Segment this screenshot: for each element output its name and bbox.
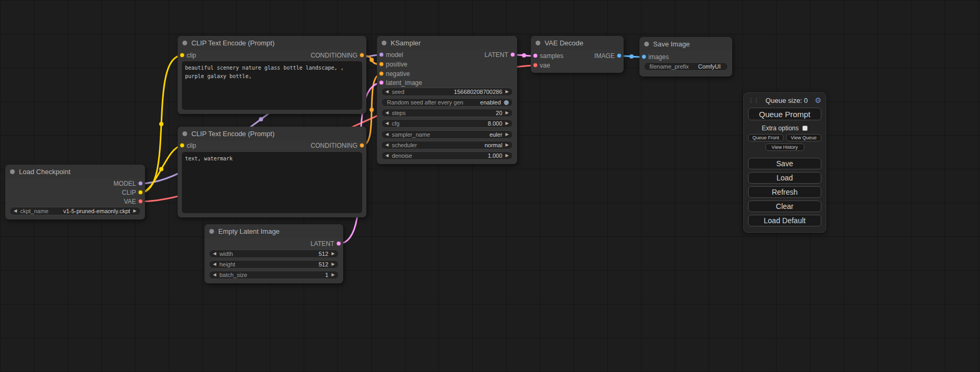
node-save-image[interactable]: Save Image images filename_prefix ComfyU…	[639, 37, 732, 77]
collapse-dot-icon[interactable]	[182, 131, 187, 136]
right-arrow-icon[interactable]: ▶	[332, 262, 335, 266]
link-midpoint-dot[interactable]	[159, 122, 163, 126]
output-slot-model[interactable]: MODEL	[113, 180, 145, 187]
collapse-dot-icon[interactable]	[209, 229, 214, 234]
image-input-dot-icon[interactable]	[642, 54, 646, 59]
latent-output-dot-icon[interactable]	[336, 241, 341, 246]
clear-button[interactable]: Clear	[748, 201, 821, 212]
output-slot-conditioning[interactable]: CONDITIONING	[311, 142, 366, 149]
collapse-dot-icon[interactable]	[182, 41, 187, 45]
output-slot-latent[interactable]: LATENT	[484, 51, 517, 59]
input-slot-model[interactable]: model	[377, 51, 403, 59]
widget-denoise[interactable]: ◀ denoise 1.000 ▶	[381, 151, 513, 160]
clip-input-dot-icon[interactable]	[180, 143, 185, 148]
output-slot-image[interactable]: IMAGE	[594, 52, 624, 60]
left-arrow-icon[interactable]: ◀	[14, 209, 17, 213]
node-title-bar[interactable]: KSampler	[377, 36, 517, 50]
left-arrow-icon[interactable]: ◀	[385, 121, 389, 126]
link-midpoint-dot[interactable]	[159, 167, 163, 171]
queue-prompt-button[interactable]: Queue Prompt	[748, 108, 821, 120]
input-slot-positive[interactable]: positive	[377, 61, 407, 68]
node-title-bar[interactable]: Empty Latent Image	[205, 224, 343, 238]
right-arrow-icon[interactable]: ▶	[506, 143, 509, 147]
right-arrow-icon[interactable]: ▶	[506, 132, 509, 137]
clip-input-dot-icon[interactable]	[180, 53, 185, 58]
left-arrow-icon[interactable]: ◀	[385, 111, 389, 115]
collapse-dot-icon[interactable]	[644, 42, 649, 46]
view-history-button[interactable]: View History	[765, 144, 804, 151]
left-arrow-icon[interactable]: ◀	[213, 252, 216, 256]
node-clip-text-encode-negative[interactable]: CLIP Text Encode (Prompt) clip CONDITION…	[178, 127, 366, 217]
output-slot-latent[interactable]: LATENT	[311, 240, 343, 247]
left-arrow-icon[interactable]: ◀	[385, 143, 389, 147]
conditioning-output-dot-icon[interactable]	[360, 53, 364, 58]
link-midpoint-dot[interactable]	[370, 108, 374, 112]
widget-seed[interactable]: ◀ seed 156680208700286 ▶	[381, 88, 513, 96]
widget-steps[interactable]: ◀ steps 20 ▶	[381, 109, 513, 117]
node-title-bar[interactable]: CLIP Text Encode (Prompt)	[178, 36, 366, 50]
right-arrow-icon[interactable]: ▶	[332, 273, 335, 277]
clip-output-dot-icon[interactable]	[138, 190, 143, 195]
link-midpoint-dot[interactable]	[629, 54, 634, 59]
input-slot-latent-image[interactable]: latent_image	[377, 79, 422, 87]
widget-batch-size[interactable]: ◀ batch_size 1 ▶	[209, 271, 339, 279]
node-title-bar[interactable]: CLIP Text Encode (Prompt)	[178, 127, 366, 140]
node-title-bar[interactable]: VAE Decode	[531, 36, 624, 50]
input-slot-negative[interactable]: negative	[377, 70, 410, 78]
load-default-button[interactable]: Load Default	[748, 215, 821, 226]
input-slot-clip[interactable]: clip	[178, 52, 196, 59]
left-arrow-icon[interactable]: ◀	[385, 132, 389, 137]
negative-prompt-textarea[interactable]: text, watermark	[182, 152, 362, 213]
right-arrow-icon[interactable]: ▶	[506, 154, 509, 158]
extra-options-checkbox[interactable]	[802, 126, 808, 131]
save-button[interactable]: Save	[748, 158, 821, 169]
latent-input-dot-icon[interactable]	[379, 80, 384, 85]
load-button[interactable]: Load	[748, 172, 821, 184]
collapse-dot-icon[interactable]	[10, 169, 15, 174]
queue-front-button[interactable]: Queue Front	[748, 134, 783, 141]
node-graph-canvas[interactable]: Load Checkpoint MODEL CLIP VAE ◀ ckpt_na…	[0, 0, 980, 372]
right-arrow-icon[interactable]: ▶	[506, 121, 509, 126]
node-clip-text-encode-positive[interactable]: CLIP Text Encode (Prompt) clip CONDITION…	[178, 36, 366, 114]
widget-sampler-name[interactable]: ◀ sampler_name euler ▶	[381, 130, 513, 139]
node-ksampler[interactable]: KSampler model positive negative latent_…	[377, 36, 517, 164]
vae-input-dot-icon[interactable]	[533, 63, 538, 68]
widget-height[interactable]: ◀ height 512 ▶	[209, 260, 339, 269]
widget-width[interactable]: ◀ width 512 ▶	[209, 250, 339, 258]
input-slot-clip[interactable]: clip	[178, 142, 196, 149]
toggle-on-icon[interactable]	[504, 100, 509, 105]
image-output-dot-icon[interactable]	[617, 53, 622, 58]
model-input-dot-icon[interactable]	[379, 52, 384, 57]
input-slot-images[interactable]: images	[639, 53, 669, 61]
conditioning-output-dot-icon[interactable]	[360, 143, 364, 148]
right-arrow-icon[interactable]: ▶	[133, 209, 137, 213]
widget-scheduler[interactable]: ◀ scheduler normal ▶	[381, 141, 513, 149]
node-title-bar[interactable]: Save Image	[639, 37, 732, 51]
output-slot-conditioning[interactable]: CONDITIONING	[311, 52, 366, 59]
widget-random-seed-toggle[interactable]: Random seed after every gen enabled	[381, 98, 513, 107]
positive-prompt-textarea[interactable]: beautiful scenery nature glass bottle la…	[182, 61, 362, 110]
collapse-dot-icon[interactable]	[536, 41, 540, 45]
latent-input-dot-icon[interactable]	[533, 53, 538, 58]
node-vae-decode[interactable]: VAE Decode samples vae IMAGE	[531, 36, 624, 73]
right-arrow-icon[interactable]: ▶	[506, 90, 509, 94]
right-arrow-icon[interactable]: ▶	[506, 111, 509, 115]
conditioning-input-dot-icon[interactable]	[379, 62, 384, 66]
node-empty-latent-image[interactable]: Empty Latent Image LATENT ◀ width 512 ▶ …	[205, 224, 343, 283]
link-midpoint-dot[interactable]	[522, 53, 526, 58]
node-load-checkpoint[interactable]: Load Checkpoint MODEL CLIP VAE ◀ ckpt_na…	[5, 165, 145, 220]
left-arrow-icon[interactable]: ◀	[385, 90, 389, 94]
output-slot-vae[interactable]: VAE	[124, 198, 145, 205]
vae-output-dot-icon[interactable]	[138, 199, 143, 204]
right-arrow-icon[interactable]: ▶	[332, 252, 335, 256]
widget-ckpt-name[interactable]: ◀ ckpt_name v1-5-pruned-emaonly.ckpt ▶	[9, 207, 141, 215]
model-output-dot-icon[interactable]	[138, 181, 143, 186]
input-slot-samples[interactable]: samples	[531, 52, 564, 60]
conditioning-input-dot-icon[interactable]	[379, 71, 384, 76]
collapse-dot-icon[interactable]	[382, 41, 386, 45]
drag-handle-icon[interactable]: ⋮⋮	[748, 97, 759, 104]
output-slot-clip[interactable]: CLIP	[122, 189, 145, 196]
node-title-bar[interactable]: Load Checkpoint	[5, 165, 145, 178]
left-arrow-icon[interactable]: ◀	[213, 273, 216, 277]
widget-cfg[interactable]: ◀ cfg 8.000 ▶	[381, 119, 513, 128]
